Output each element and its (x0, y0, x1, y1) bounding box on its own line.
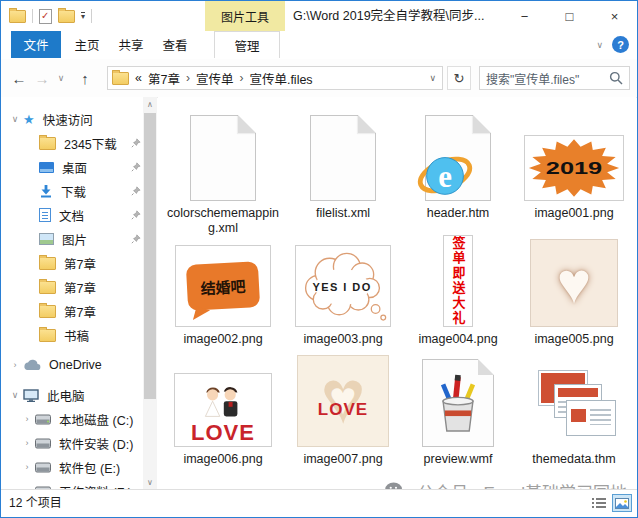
sidebar-item-pictures[interactable]: 图片 (1, 227, 157, 251)
sidebar-item-documents[interactable]: 文档 (1, 203, 157, 227)
file-image002-png[interactable]: 结婚吧 image002.png (167, 231, 279, 347)
file-name: themedata.thm (532, 452, 615, 467)
sidebar-item-onedrive[interactable]: › OneDrive (1, 353, 157, 377)
search-input[interactable]: 搜索"宣传单.files" (486, 70, 605, 87)
close-button[interactable]: × (592, 1, 637, 31)
sidebar-item-drive-d[interactable]: › 软件安装 (D:) (1, 431, 157, 455)
drive-icon (35, 414, 51, 425)
address-box[interactable]: « 第7章 › 宣传单 › 宣传单.files ∨ (107, 66, 443, 90)
refresh-button[interactable]: ↻ (447, 66, 471, 90)
file-colorschememapping-xml[interactable]: colorschememapping.xml (167, 105, 279, 236)
file-themedata-thm[interactable]: themedata.thm (518, 351, 630, 467)
breadcrumb-separator-icon[interactable]: › (186, 71, 190, 85)
chevron-right-icon[interactable]: › (19, 414, 35, 424)
pin-icon (131, 210, 141, 220)
qat-folder-icon[interactable] (9, 10, 26, 23)
file-image007-png[interactable]: ♥ ♥ LOVE image007.png (287, 351, 399, 467)
contextual-tool-label: 图片工具 (205, 1, 285, 31)
tab-view[interactable]: 查看 (153, 31, 197, 58)
chevron-right-icon[interactable]: › (7, 360, 23, 370)
svg-text:e: e (438, 159, 452, 194)
scrollbar-thumb[interactable] (144, 113, 156, 399)
sidebar-item-drive-c[interactable]: › 本地磁盘 (C:) (1, 407, 157, 431)
details-view-icon[interactable] (589, 494, 609, 512)
tab-file[interactable]: 文件 (11, 31, 61, 58)
up-button[interactable]: ↑ (73, 59, 97, 97)
sidebar-item-drive-f[interactable]: › 工作资料 (F:) (1, 479, 157, 489)
file-image001-png[interactable]: 2019 image001.png (518, 105, 630, 221)
status-bar: 12 个项目 (1, 489, 637, 517)
sidebar-item-label: 快速访问 (43, 110, 93, 129)
starburst-graphic: 2019 (527, 138, 621, 198)
sidebar-item-desktop[interactable]: 桌面 (1, 155, 157, 179)
sidebar-item-chapter7[interactable]: 第7章 (1, 275, 157, 299)
window-title: G:\Word 2019完全自学教程\同步... (293, 1, 484, 31)
file-header-htm[interactable]: e header.htm (402, 105, 514, 221)
ribbon-collapse-icon[interactable]: ∨ (596, 31, 603, 58)
qat-customize-icon[interactable]: ▾ (81, 12, 85, 20)
folder-icon (39, 305, 56, 318)
tab-share[interactable]: 共享 (109, 31, 153, 58)
file-image003-png[interactable]: YES I DO image003.png (287, 231, 399, 347)
sidebar-item-2345-downloads[interactable]: 2345下载 (1, 131, 157, 155)
sidebar-item-label: 书稿 (64, 326, 89, 345)
chevron-right-icon[interactable]: › (19, 462, 35, 472)
quick-access-toolbar: ▾ (9, 1, 92, 31)
sidebar-item-quick-access[interactable]: ∨ ★ 快速访问 (1, 107, 157, 131)
download-icon (39, 184, 53, 198)
image-thumbnail: ♥ (530, 239, 618, 327)
breadcrumb-segment[interactable]: 宣传单.files (249, 69, 312, 88)
search-box[interactable]: 搜索"宣传单.files" (479, 66, 630, 90)
sidebar-item-chapter7[interactable]: 第7章 (1, 299, 157, 323)
sidebar-item-downloads[interactable]: 下载 (1, 179, 157, 203)
breadcrumb-overflow[interactable]: « (135, 71, 142, 85)
file-image004-png[interactable]: 签单即送大礼 image004.png (402, 231, 514, 347)
xml-file-icon (190, 115, 256, 201)
file-filelist-xml[interactable]: filelist.xml (287, 105, 399, 221)
scroll-down-icon[interactable]: ∨ (143, 475, 157, 489)
sidebar-item-label: 工作资料 (F:) (59, 482, 132, 490)
breadcrumb-segment[interactable]: 宣传单 (196, 69, 234, 88)
help-icon[interactable]: ? (612, 36, 629, 53)
file-image006-png[interactable]: LOVE image006.png (167, 351, 279, 467)
sidebar-item-chapter7[interactable]: 第7章 (1, 251, 157, 275)
back-button[interactable]: ← (7, 59, 31, 97)
tab-manage[interactable]: 管理 (214, 31, 280, 58)
theme-file-icon (531, 369, 617, 447)
recent-locations-icon[interactable]: ∨ (53, 59, 69, 97)
chevron-down-icon[interactable]: ∨ (7, 114, 23, 124)
maximize-button[interactable]: □ (547, 1, 592, 31)
sidebar-item-this-pc[interactable]: ∨ 此电脑 (1, 383, 157, 407)
love-text-graphic: LOVE (191, 422, 255, 444)
separator (91, 9, 92, 23)
breadcrumb-segment[interactable]: 第7章 (148, 69, 180, 88)
qat-properties-icon[interactable] (39, 9, 52, 24)
breadcrumb-separator-icon[interactable]: › (239, 71, 243, 85)
drive-icon (35, 462, 51, 473)
tab-home[interactable]: 主页 (65, 31, 109, 58)
file-image005-png[interactable]: ♥ image005.png (518, 231, 630, 347)
file-preview-wmf[interactable]: preview.wmf (402, 351, 514, 467)
sidebar-scrollbar[interactable]: ∧ ∨ (143, 97, 157, 489)
minimize-button[interactable]: − (502, 1, 547, 31)
address-dropdown-icon[interactable]: ∨ (429, 73, 438, 83)
onedrive-cloud-icon (23, 359, 41, 371)
sidebar-item-label: 本地磁盘 (C:) (59, 410, 133, 429)
sidebar-item-manuscript[interactable]: 书稿 (1, 323, 157, 347)
chevron-down-icon[interactable]: ∨ (7, 390, 23, 400)
scroll-up-icon[interactable]: ∧ (143, 97, 157, 111)
wmf-file-icon (422, 359, 494, 447)
address-bar-row: ← → ∨ ↑ « 第7章 › 宣传单 › 宣传单.files ∨ ↻ 搜索"宣… (1, 59, 637, 98)
sidebar-item-drive-e[interactable]: › 软件包 (E:) (1, 455, 157, 479)
sidebar-item-label: 软件安装 (D:) (59, 434, 133, 453)
file-name: image004.png (418, 332, 497, 347)
titlebar: ▾ 图片工具 G:\Word 2019完全自学教程\同步... − □ × (1, 1, 637, 31)
qat-new-folder-icon[interactable] (58, 10, 75, 23)
pencil-cup-graphic (430, 373, 486, 433)
ribbon-tab-bar: 文件 主页 共享 查看 管理 ∨ ? (1, 31, 637, 60)
folder-icon (39, 281, 56, 294)
drive-icon (35, 438, 51, 449)
forward-button[interactable]: → (31, 59, 53, 97)
thumbnail-view-icon[interactable] (612, 494, 632, 512)
chevron-right-icon[interactable]: › (19, 438, 35, 448)
